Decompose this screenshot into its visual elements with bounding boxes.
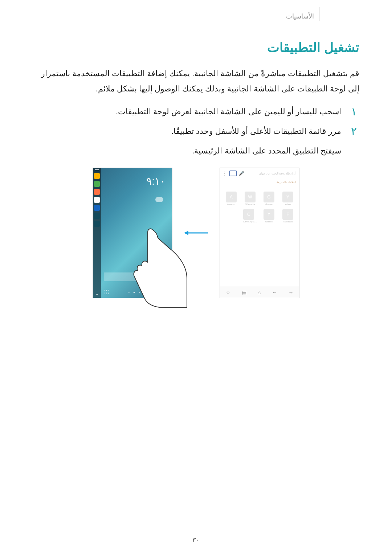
step-2: ٢ مرر قائمة التطبيقات للأعلى أو للأسفل و… <box>33 124 359 139</box>
apps-grid-icon[interactable] <box>104 289 110 295</box>
tile-letter: W <box>245 192 256 202</box>
tile-letter: Y <box>264 209 274 220</box>
arrow-left-icon <box>183 229 209 237</box>
edge-app-internet[interactable] <box>94 205 100 211</box>
steps-list: ١ اسحب لليسار أو لليمين على الشاشة الجان… <box>33 104 359 159</box>
header-section: الأساسيات <box>286 12 314 20</box>
tile-letter: Y <box>282 192 293 202</box>
url-search-field[interactable]: البحث عن عنوان URL أو إدخاله <box>246 172 297 175</box>
google-label: Google <box>154 275 163 279</box>
mic-icon[interactable]: 🎤 <box>239 171 244 176</box>
page-title: تشغيل التطبيقات <box>33 40 359 55</box>
quick-tile[interactable]: A Amazon <box>226 192 237 205</box>
home-icon[interactable]: ⌂ <box>258 290 261 295</box>
step-text: مرر قائمة التطبيقات للأعلى أو للأسفل وحد… <box>171 124 341 139</box>
step-subtext: سيفتح التطبيق المحدد على الشاشة الرئيسية… <box>33 143 341 159</box>
phone-browser-screen: ⋮ 🎤 البحث عن عنوان URL أو إدخاله العلاما… <box>220 168 299 298</box>
tile-letter: C <box>243 209 254 220</box>
phone-home-screen: ٩:١٠ Google • ● • • ✆ <box>93 168 172 298</box>
quick-tile[interactable]: C Samsung C… <box>243 209 257 223</box>
edge-app-phone[interactable] <box>94 181 100 187</box>
chevron-down-icon: ⌄ <box>95 292 98 296</box>
back-icon[interactable]: ← <box>272 290 277 295</box>
tile-label: Amazon <box>226 203 237 205</box>
tile-label: Facebook <box>282 221 293 223</box>
quick-tile[interactable]: Y Yahoo <box>282 192 293 205</box>
browser-bottom-nav: ☆ ▤ ⌂ ← → <box>220 287 299 298</box>
quick-tile[interactable]: Y Youtube <box>264 209 274 223</box>
saved-icon[interactable]: ▤ <box>242 290 246 295</box>
edge-panel[interactable]: ⌄ <box>93 168 101 298</box>
tile-label: Youtube <box>264 221 274 223</box>
quick-access-label: العلامات السريعة <box>220 179 299 189</box>
mic-icon <box>163 275 167 279</box>
figure-row: ٩:١٠ Google • ● • • ✆ <box>33 168 359 298</box>
home-nav: • ● • • ✆ <box>104 289 169 295</box>
svg-marker-1 <box>184 231 188 235</box>
header-divider <box>319 7 319 21</box>
quick-access-grid: A Amazon W Wikipedia G Google Y Yahoo C <box>220 189 299 227</box>
browser-empty-area <box>220 227 299 287</box>
step-text: اسحب لليسار أو لليمين على الشاشة الجانبي… <box>116 104 341 119</box>
step-number: ١ <box>348 104 359 119</box>
more-menu-icon[interactable]: ⋮ <box>222 171 227 176</box>
tabs-icon[interactable] <box>229 171 237 176</box>
weather-icon <box>155 197 163 202</box>
google-search-bar[interactable]: Google <box>104 272 169 281</box>
home-main-area: ٩:١٠ Google • ● • • ✆ <box>101 168 172 298</box>
tile-letter: F <box>282 209 293 220</box>
phone-icon[interactable]: ✆ <box>165 289 169 295</box>
quick-tile[interactable]: G Google <box>264 192 274 205</box>
tile-letter: G <box>264 192 274 202</box>
quick-tile[interactable]: W Wikipedia <box>245 192 256 205</box>
edge-app-contacts[interactable] <box>94 189 100 195</box>
forward-icon[interactable]: → <box>288 290 293 295</box>
phone-home-wrap: ٩:١٠ Google • ● • • ✆ <box>93 168 172 298</box>
tile-label: Samsung C… <box>243 221 257 223</box>
quick-tile[interactable]: F Facebook <box>282 209 293 223</box>
edge-app-slot[interactable] <box>94 221 100 227</box>
step-1: ١ اسحب لليسار أو لليمين على الشاشة الجان… <box>33 104 359 119</box>
bookmark-icon[interactable]: ☆ <box>226 290 230 295</box>
tile-letter: A <box>226 192 237 202</box>
edge-handle-icon <box>95 169 99 170</box>
intro-paragraph: قم بتشغيل التطبيقات مباشرةً من الشاشة ال… <box>33 66 359 97</box>
edge-app-slot[interactable] <box>94 213 100 219</box>
step-number: ٢ <box>348 124 359 139</box>
tile-label: Google <box>264 203 274 205</box>
browser-toolbar: ⋮ 🎤 البحث عن عنوان URL أو إدخاله <box>220 168 299 179</box>
page-number: ٣٠ <box>0 536 392 544</box>
edge-app-favorites[interactable] <box>94 173 100 179</box>
clock-time: ٩:١٠ <box>146 175 166 187</box>
tile-label: Wikipedia <box>245 203 256 205</box>
edge-app-email[interactable] <box>94 197 100 203</box>
tile-label: Yahoo <box>282 203 293 205</box>
page-dots: • ● • • <box>128 291 146 294</box>
